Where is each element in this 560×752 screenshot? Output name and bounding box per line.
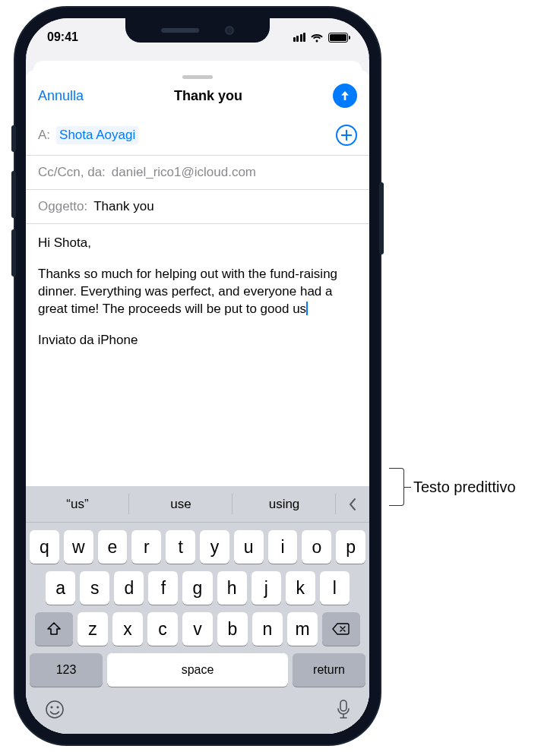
send-button[interactable] — [333, 84, 357, 108]
key-r[interactable]: r — [131, 530, 161, 564]
to-label: A: — [38, 128, 50, 143]
key-s[interactable]: s — [80, 571, 109, 605]
notch — [125, 18, 270, 43]
subject-field[interactable]: Oggetto: Thank you — [26, 190, 369, 224]
text-cursor — [306, 302, 308, 315]
cellular-icon — [293, 33, 306, 42]
predictive-collapse-button[interactable] — [336, 486, 369, 522]
to-field[interactable]: A: Shota Aoyagi — [26, 115, 369, 156]
key-a[interactable]: a — [46, 571, 75, 605]
key-j[interactable]: j — [252, 571, 281, 605]
subject-value: Thank you — [93, 199, 153, 214]
body-paragraph: Thanks so much for helping out with the … — [38, 266, 357, 318]
cc-label: Cc/Ccn, da: — [38, 165, 106, 180]
key-w[interactable]: w — [64, 530, 93, 564]
subject-label: Oggetto: — [38, 199, 87, 214]
side-button — [11, 125, 16, 152]
key-e[interactable]: e — [98, 530, 128, 564]
key-row-2: a s d f g h j k l — [26, 564, 369, 605]
cancel-button[interactable]: Annulla — [38, 88, 84, 104]
key-i[interactable]: i — [268, 530, 298, 564]
compose-sheet: Annulla Thank you A: Shota Aoyagi Cc/Ccn… — [26, 70, 369, 734]
status-time: 09:41 — [47, 30, 78, 44]
key-o[interactable]: o — [302, 530, 331, 564]
predictive-suggestion-2[interactable]: use — [129, 486, 233, 522]
key-m[interactable]: m — [287, 612, 318, 646]
nav-bar: Annulla Thank you — [26, 82, 369, 115]
key-z[interactable]: z — [78, 612, 108, 646]
svg-point-2 — [56, 706, 59, 708]
compose-title: Thank you — [174, 88, 242, 104]
screen: 09:41 Annulla Thank you A: Shota Aoyagi — [26, 18, 369, 734]
key-l[interactable]: l — [320, 571, 350, 605]
key-b[interactable]: b — [217, 612, 248, 646]
callout-bracket — [389, 468, 404, 506]
emoji-button[interactable] — [44, 699, 65, 720]
key-c[interactable]: c — [147, 612, 178, 646]
key-d[interactable]: d — [114, 571, 144, 605]
mic-icon — [336, 699, 351, 720]
shift-icon — [46, 622, 62, 636]
key-x[interactable]: x — [112, 612, 143, 646]
shift-key[interactable] — [35, 612, 73, 646]
keyboard: “us” use using q w e r t y u i o — [26, 486, 369, 734]
front-camera — [225, 26, 234, 35]
svg-rect-3 — [340, 700, 346, 711]
key-f[interactable]: f — [148, 571, 178, 605]
backspace-icon — [332, 622, 350, 636]
key-k[interactable]: k — [286, 571, 315, 605]
key-y[interactable]: y — [200, 530, 229, 564]
body-greeting: Hi Shota, — [38, 235, 357, 252]
callout-predictive-text: Testo predittivo — [389, 468, 516, 506]
space-key[interactable]: space — [107, 653, 288, 687]
return-key[interactable]: return — [293, 653, 365, 687]
predictive-suggestion-1[interactable]: “us” — [26, 486, 129, 522]
volume-down-button — [11, 229, 16, 276]
predictive-suggestion-3[interactable]: using — [233, 486, 336, 522]
key-n[interactable]: n — [252, 612, 283, 646]
predictive-bar: “us” use using — [26, 486, 369, 523]
svg-point-1 — [50, 706, 52, 708]
arrow-up-icon — [339, 90, 351, 102]
speaker — [161, 28, 199, 33]
plus-icon — [341, 130, 352, 141]
wifi-icon — [310, 33, 324, 43]
callout-label: Testo predittivo — [413, 479, 516, 496]
key-q[interactable]: q — [30, 530, 59, 564]
key-row-1: q w e r t y u i o p — [26, 523, 369, 564]
recipient-chip[interactable]: Shota Aoyagi — [56, 126, 138, 144]
key-v[interactable]: v — [182, 612, 213, 646]
key-u[interactable]: u — [234, 530, 264, 564]
backspace-key[interactable] — [322, 612, 360, 646]
key-row-4: 123 space return — [26, 646, 369, 687]
battery-icon — [328, 33, 348, 43]
volume-up-button — [11, 171, 16, 218]
svg-point-0 — [46, 701, 63, 718]
keyboard-bottom-row — [26, 687, 369, 723]
key-row-3: z x c v b n m — [26, 605, 369, 646]
dictation-button[interactable] — [336, 699, 351, 720]
power-button — [379, 182, 384, 254]
key-g[interactable]: g — [182, 571, 212, 605]
sheet-grabber[interactable] — [182, 75, 213, 79]
add-recipient-button[interactable] — [336, 125, 357, 146]
iphone-frame: 09:41 Annulla Thank you A: Shota Aoyagi — [15, 8, 380, 744]
key-t[interactable]: t — [166, 530, 195, 564]
key-h[interactable]: h — [217, 571, 247, 605]
emoji-icon — [44, 699, 65, 720]
numbers-key[interactable]: 123 — [30, 653, 103, 687]
key-p[interactable]: p — [336, 530, 365, 564]
cc-from-value: daniel_rico1@icloud.com — [112, 165, 256, 180]
cc-field[interactable]: Cc/Ccn, da: daniel_rico1@icloud.com — [26, 156, 369, 190]
chevron-left-icon — [348, 498, 357, 511]
body-signature: Inviato da iPhone — [38, 332, 357, 349]
